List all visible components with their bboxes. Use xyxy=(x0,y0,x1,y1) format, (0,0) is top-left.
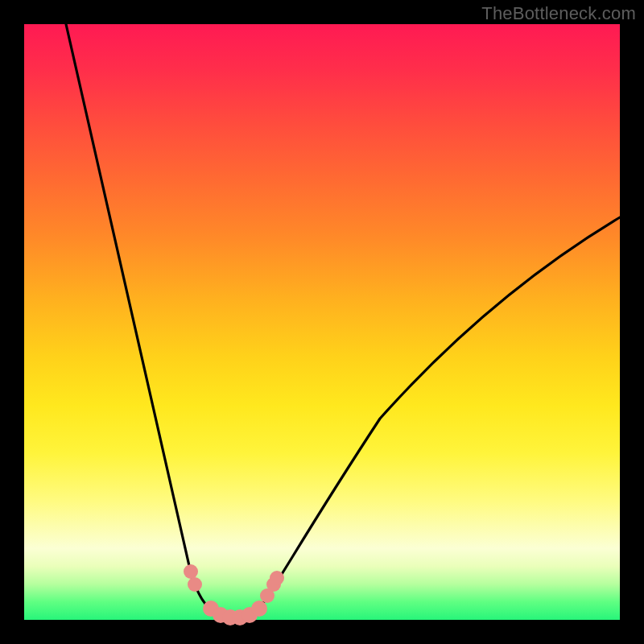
watermark-text: TheBottleneck.com xyxy=(481,3,636,24)
svg-point-7 xyxy=(251,601,267,617)
chart-stage: TheBottleneck.com xyxy=(0,0,644,644)
svg-point-10 xyxy=(270,571,284,585)
chart-svg xyxy=(24,24,620,620)
bottleneck-curve xyxy=(66,24,620,614)
svg-point-0 xyxy=(184,564,198,579)
svg-point-1 xyxy=(188,577,202,592)
